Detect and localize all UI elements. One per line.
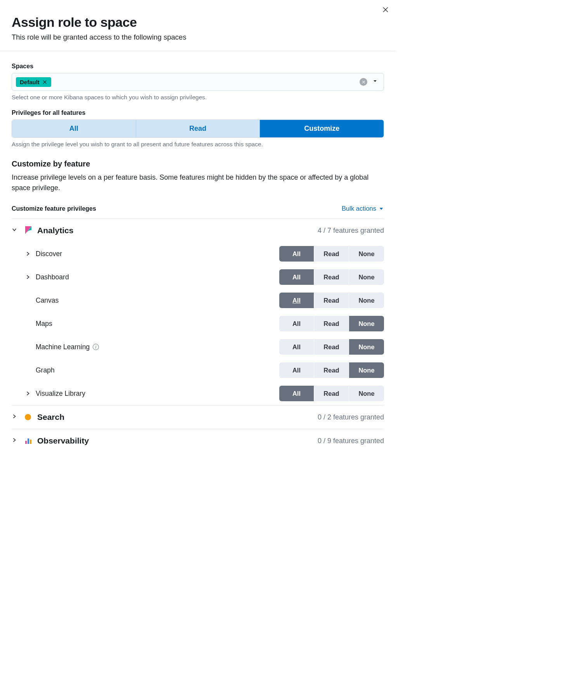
feature-priv-buttons: AllReadNone: [279, 386, 384, 401]
category-status: 0 / 9 features granted: [318, 437, 384, 445]
customize-description: Increase privilege levels on a per featu…: [12, 172, 384, 193]
feature-name: Machine Learningi: [36, 343, 275, 351]
panel-content: Spaces Default Select one or more Kibana…: [0, 51, 396, 452]
panel-header: Assign role to space This role will be g…: [0, 0, 396, 51]
category-title: Analytics: [37, 226, 313, 235]
privileges-all-label: Privileges for all features: [12, 109, 384, 116]
feature-name: Graph: [36, 366, 275, 374]
customize-heading: Customize by feature: [12, 159, 384, 168]
category-header[interactable]: Search0 / 2 features granted: [12, 405, 384, 429]
svg-point-0: [25, 414, 31, 420]
category-search: Search0 / 2 features granted: [12, 405, 384, 429]
feature-name: Dashboard: [36, 273, 275, 281]
panel-subtitle: This role will be granted access to the …: [12, 33, 384, 42]
feature-priv-buttons: AllReadNone: [279, 246, 384, 262]
category-status: 0 / 2 features granted: [318, 413, 384, 421]
feature-row: Visualize LibraryAllReadNone: [12, 382, 384, 405]
spaces-label: Spaces: [12, 63, 384, 70]
category-title: Search: [37, 412, 313, 422]
category-title: Observability: [37, 436, 313, 445]
priv-all-button[interactable]: All: [279, 293, 314, 308]
feature-name: Discover: [36, 250, 275, 258]
priv-read-button[interactable]: Read: [314, 339, 349, 355]
chevron-right-icon: [25, 251, 31, 256]
category-toggle: [12, 437, 19, 444]
category-header[interactable]: Analytics4 / 7 features granted: [12, 219, 384, 242]
priv-read-button[interactable]: Read: [314, 316, 349, 331]
spaces-combobox[interactable]: Default: [12, 73, 384, 91]
priv-all-button[interactable]: All: [279, 386, 314, 401]
search-icon: [24, 413, 33, 421]
clear-spaces-button[interactable]: [360, 78, 367, 86]
priv-none-button[interactable]: None: [349, 246, 384, 262]
kibana-icon: [24, 226, 33, 235]
svg-rect-1: [25, 441, 27, 444]
feature-name: Canvas: [36, 296, 275, 305]
feature-name: Maps: [36, 320, 275, 328]
priv-read-button[interactable]: Read: [314, 362, 349, 378]
chevron-right-icon: [12, 437, 17, 443]
bulk-actions-button[interactable]: Bulk actions: [342, 205, 384, 212]
svg-rect-3: [30, 440, 31, 444]
privileges-all-group: All Read Customize: [12, 120, 384, 138]
privilege-option-read[interactable]: Read: [136, 120, 260, 137]
svg-rect-2: [28, 438, 29, 444]
expand-spaces-dropdown[interactable]: [370, 76, 380, 87]
priv-read-button[interactable]: Read: [314, 293, 349, 308]
priv-none-button[interactable]: None: [349, 362, 384, 378]
category-toggle: [12, 414, 19, 421]
priv-none-button[interactable]: None: [349, 293, 384, 308]
priv-all-button[interactable]: All: [279, 316, 314, 331]
priv-none-button[interactable]: None: [349, 269, 384, 285]
space-tag-default: Default: [16, 77, 51, 87]
feature-row: MapsAllReadNone: [12, 312, 384, 335]
bulk-actions-label: Bulk actions: [342, 205, 376, 212]
chevron-right-icon: [25, 391, 31, 396]
space-tag-label: Default: [20, 79, 40, 85]
feature-row: Machine LearningiAllReadNone: [12, 335, 384, 359]
close-button[interactable]: [380, 5, 391, 16]
chevron-right-icon: [25, 274, 31, 280]
chevron-down-icon: [372, 78, 378, 84]
feature-priv-buttons: AllReadNone: [279, 269, 384, 285]
category-observability: Observability0 / 9 features granted: [12, 429, 384, 452]
priv-none-button[interactable]: None: [349, 386, 384, 401]
feature-expand[interactable]: [24, 251, 32, 256]
feature-row: DashboardAllReadNone: [12, 265, 384, 289]
feature-priv-buttons: AllReadNone: [279, 316, 384, 331]
feature-priv-header: Customize feature privileges Bulk action…: [12, 205, 384, 212]
feature-expand[interactable]: [24, 274, 32, 280]
panel-title: Assign role to space: [12, 15, 384, 30]
chevron-down-icon: [379, 206, 384, 211]
priv-all-button[interactable]: All: [279, 339, 314, 355]
feature-row: DiscoverAllReadNone: [12, 242, 384, 265]
category-status: 4 / 7 features granted: [318, 227, 384, 235]
feature-priv-buttons: AllReadNone: [279, 339, 384, 355]
privileges-all-help: Assign the privilege level you wish to g…: [12, 141, 384, 148]
priv-all-button[interactable]: All: [279, 269, 314, 285]
feature-priv-buttons: AllReadNone: [279, 362, 384, 378]
remove-space-tag[interactable]: [42, 79, 48, 85]
priv-read-button[interactable]: Read: [314, 386, 349, 401]
category-header[interactable]: Observability0 / 9 features granted: [12, 429, 384, 452]
observability-icon: [24, 437, 33, 445]
priv-none-button[interactable]: None: [349, 316, 384, 331]
feature-priv-buttons: AllReadNone: [279, 293, 384, 308]
feature-row: CanvasAllReadNone: [12, 289, 384, 312]
privilege-option-all[interactable]: All: [12, 120, 136, 137]
priv-read-button[interactable]: Read: [314, 269, 349, 285]
privilege-option-customize[interactable]: Customize: [260, 120, 384, 137]
spaces-help-text: Select one or more Kibana spaces to whic…: [12, 94, 384, 101]
chevron-right-icon: [12, 414, 17, 419]
priv-read-button[interactable]: Read: [314, 246, 349, 262]
priv-all-button[interactable]: All: [279, 362, 314, 378]
close-icon: [43, 80, 47, 84]
feature-expand[interactable]: [24, 391, 32, 396]
info-icon[interactable]: i: [93, 344, 99, 350]
chevron-down-icon: [12, 227, 17, 232]
feature-priv-label: Customize feature privileges: [12, 205, 96, 212]
priv-all-button[interactable]: All: [279, 246, 314, 262]
categories-list: Analytics4 / 7 features grantedDiscoverA…: [12, 218, 384, 452]
priv-none-button[interactable]: None: [349, 339, 384, 355]
category-analytics: Analytics4 / 7 features grantedDiscoverA…: [12, 218, 384, 405]
